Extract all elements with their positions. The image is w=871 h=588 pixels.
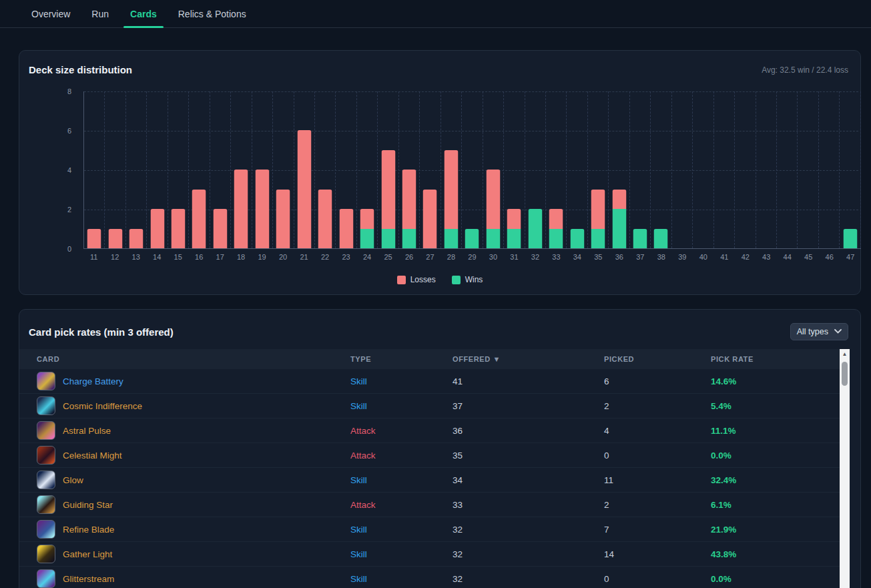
avg-win-loss-note: Avg: 32.5 win / 22.4 loss	[762, 65, 848, 75]
losses-segment	[297, 130, 311, 248]
table-row[interactable]: GlitterstreamSkill3200.0%	[19, 567, 840, 588]
legend-item-losses[interactable]: Losses	[397, 275, 436, 284]
card-name-link[interactable]: Glow	[63, 475, 83, 485]
table-row[interactable]: Astral PulseAttack36411.1%	[19, 418, 840, 443]
stacked-bar	[108, 229, 122, 249]
table-row[interactable]: GlowSkill341132.4%	[19, 468, 840, 493]
legend-item-wins[interactable]: Wins	[452, 275, 483, 284]
column-header-picked[interactable]: PICKED	[604, 355, 711, 363]
wins-swatch	[452, 276, 461, 284]
card-pick-rates-title: Card pick rates (min 3 offered)	[29, 326, 174, 338]
tab-relics-potions[interactable]: Relics & Potions	[172, 0, 253, 27]
tab-cards[interactable]: Cards	[123, 0, 164, 27]
x-tick-label: 43	[756, 253, 777, 261]
card-name-link[interactable]: Celestial Might	[63, 451, 122, 461]
tab-overview[interactable]: Overview	[25, 0, 77, 27]
column-header-card[interactable]: CARD	[37, 355, 350, 363]
losses-segment	[444, 150, 458, 229]
x-tick-label: 32	[525, 253, 545, 261]
chart-bar-slot	[294, 91, 315, 248]
table-row[interactable]: Guiding StarAttack3326.1%	[19, 493, 840, 517]
chart-bar-slot	[504, 91, 525, 248]
chart-bar-slot	[105, 91, 125, 248]
y-tick-label: 0	[67, 245, 71, 253]
card-name-link[interactable]: Refine Blade	[63, 525, 114, 535]
chart-bar-slot	[630, 91, 651, 248]
stacked-bar	[465, 229, 479, 249]
losses-segment	[255, 170, 269, 248]
x-tick-label: 30	[483, 253, 503, 261]
x-tick-label: 22	[314, 253, 335, 261]
chart-bar-slot	[672, 91, 693, 248]
stacked-bar	[150, 209, 164, 248]
wins-segment	[402, 229, 416, 249]
scrollbar-up-button[interactable]: ▲	[840, 349, 850, 359]
losses-segment	[87, 229, 101, 249]
column-header-type[interactable]: TYPE	[350, 355, 453, 363]
column-header-pick-rate[interactable]: PICK RATE	[711, 355, 840, 363]
table-row[interactable]: Gather LightSkill321443.8%	[19, 542, 840, 567]
chart-y-axis: 02468	[46, 91, 77, 249]
stacked-bar	[402, 170, 416, 248]
picked-count: 0	[604, 451, 711, 461]
table-row[interactable]: Charge BatterySkill41614.6%	[19, 369, 840, 394]
stacked-bar	[633, 229, 647, 249]
card-type: Attack	[350, 500, 453, 510]
pick-rate-value: 0.0%	[711, 451, 840, 461]
offered-count: 32	[453, 574, 604, 584]
stacked-bar	[423, 190, 437, 249]
stacked-bar	[444, 150, 458, 249]
chart-bar-slot	[588, 91, 609, 248]
stacked-bar	[507, 209, 521, 248]
chart-bar-slot	[693, 91, 713, 248]
x-tick-label: 46	[819, 253, 840, 261]
losses-segment	[612, 190, 626, 210]
card-name-link[interactable]: Astral Pulse	[63, 426, 111, 436]
table-row[interactable]: Refine BladeSkill32721.9%	[19, 517, 840, 542]
card-name-link[interactable]: Guiding Star	[63, 500, 113, 510]
card-type: Skill	[350, 525, 453, 535]
card-type: Skill	[350, 401, 453, 411]
x-tick-label: 38	[651, 253, 671, 261]
tab-run[interactable]: Run	[85, 0, 115, 27]
scrollbar-thumb[interactable]	[842, 362, 848, 386]
table-row[interactable]: Cosmic IndifferenceSkill3725.4%	[19, 394, 840, 418]
deck-size-title: Deck size distribution	[29, 64, 132, 75]
chart-bar-slot	[546, 91, 567, 248]
x-tick-label: 18	[230, 253, 251, 261]
losses-segment	[192, 190, 206, 249]
stacked-bar	[339, 209, 353, 248]
type-filter-select[interactable]: All types	[790, 323, 848, 340]
chart-bar-slot	[609, 91, 629, 248]
card-type: Skill	[350, 549, 453, 559]
stacked-bar	[172, 209, 186, 248]
x-tick-label: 19	[252, 253, 272, 261]
card-art-icon	[37, 372, 55, 390]
column-header-offered[interactable]: OFFERED ▼	[453, 355, 604, 363]
card-name-link[interactable]: Cosmic Indifference	[63, 401, 142, 411]
card-art-icon	[37, 421, 55, 440]
card-name-link[interactable]: Gather Light	[63, 549, 112, 559]
table-scrollbar[interactable]: ▲	[840, 349, 850, 588]
losses-segment	[549, 209, 563, 229]
card-cell: Glow	[37, 471, 350, 489]
wins-segment	[843, 229, 857, 249]
wins-segment	[360, 229, 374, 249]
stacked-bar	[654, 229, 668, 249]
x-tick-label: 35	[588, 253, 609, 261]
x-tick-label: 44	[777, 253, 798, 261]
card-name-link[interactable]: Charge Battery	[63, 376, 123, 386]
pick-rate-value: 5.4%	[711, 401, 840, 411]
offered-count: 35	[453, 451, 604, 461]
chart-bar-slot	[147, 91, 168, 248]
x-tick-label: 17	[210, 253, 230, 261]
stacked-bar	[486, 170, 500, 248]
chart-bar-slot	[357, 91, 378, 248]
stacked-bar	[843, 229, 857, 249]
losses-segment	[172, 209, 186, 248]
table-row[interactable]: Celestial MightAttack3500.0%	[19, 443, 840, 468]
x-tick-label: 28	[441, 253, 461, 261]
chart-bar-slot	[483, 91, 504, 248]
card-name-link[interactable]: Glitterstream	[63, 574, 114, 584]
y-tick-label: 4	[67, 166, 71, 174]
